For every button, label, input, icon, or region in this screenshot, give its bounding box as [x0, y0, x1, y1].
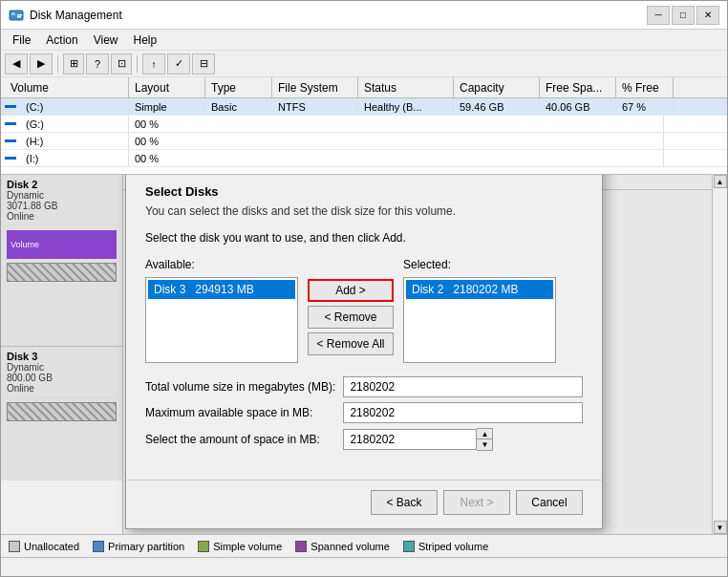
col-pctfree[interactable]: % Free	[616, 77, 674, 97]
disk3-unalloc	[7, 402, 117, 421]
toolbar-help[interactable]: ?	[86, 53, 109, 75]
scroll-track[interactable]	[714, 188, 727, 521]
cell-free: 40.06 GB	[540, 98, 616, 115]
col-layout[interactable]: Layout	[129, 77, 205, 97]
svg-rect-3	[17, 16, 21, 18]
volumes-table: (C:) Simple Basic NTFS Healthy (B... 59.…	[1, 98, 727, 175]
available-disk3[interactable]: Disk 3 294913 MB	[148, 280, 295, 299]
cell-pct: 00 %	[129, 116, 664, 132]
cell-type: Basic	[205, 98, 272, 115]
col-freespace[interactable]: Free Spa...	[540, 77, 616, 97]
disk3-area: Disk 3 Dynamic 800.00 GB Online	[1, 347, 122, 481]
toolbar-btn-8[interactable]: ⊟	[192, 53, 215, 75]
disk2-status: Online	[7, 211, 117, 222]
cell-pct: 00 %	[129, 133, 664, 149]
title-bar: Disk Management ─ □ ✕	[1, 1, 727, 30]
legend-simple-label: Simple volume	[213, 541, 282, 552]
available-container: Available: Disk 3 294913 MB	[145, 258, 298, 363]
spin-controls[interactable]: ▲ ▼	[477, 428, 493, 451]
scroll-up[interactable]: ▲	[714, 175, 727, 188]
toolbar-forward[interactable]: ▶	[30, 53, 53, 75]
col-capacity[interactable]: Capacity	[454, 77, 540, 97]
disk2-type: Dynamic	[7, 190, 117, 201]
disk3-name: Disk 3	[7, 351, 117, 362]
minimize-button[interactable]: ─	[647, 6, 670, 25]
legend-unallocated: Unallocated	[9, 541, 79, 552]
toolbar-back[interactable]: ◀	[5, 53, 28, 75]
cell-status: Healthy (B...	[358, 98, 454, 115]
disk3-size: 800.00 GB	[7, 373, 117, 383]
legend-striped-box	[403, 541, 415, 552]
table-row[interactable]: (G:) 00 %	[1, 116, 727, 133]
add-button[interactable]: Add >	[308, 279, 394, 302]
menu-help[interactable]: Help	[126, 32, 165, 49]
disk2-size: 3071.88 GB	[7, 201, 117, 211]
legend-unallocated-box	[9, 541, 20, 552]
row-icon	[5, 122, 16, 125]
col-type[interactable]: Type	[205, 77, 272, 97]
disk-lists-row: Available: Disk 3 294913 MB Add > < Remo…	[145, 258, 583, 363]
col-status[interactable]: Status	[358, 77, 454, 97]
toolbar-btn-5[interactable]: ⊡	[111, 53, 132, 75]
col-filesystem[interactable]: File System	[272, 77, 358, 97]
menu-view[interactable]: View	[86, 32, 126, 49]
disk-panel: Disk 2 Dynamic 3071.88 GB Online Volume …	[1, 175, 123, 534]
maximize-button[interactable]: □	[672, 6, 695, 25]
close-button[interactable]: ✕	[696, 6, 719, 25]
legend-primary: Primary partition	[93, 541, 184, 552]
remove-button[interactable]: < Remove	[308, 306, 394, 329]
disk2-name: Disk 2	[7, 179, 117, 190]
legend-striped: Striped volume	[403, 541, 488, 552]
legend-primary-box	[93, 541, 104, 552]
next-button[interactable]: Next >	[443, 490, 510, 515]
toolbar-btn-7[interactable]: ✓	[167, 53, 190, 75]
max-space-value: 2180202	[343, 402, 583, 423]
disk-action-buttons: Add > < Remove < Remove All	[308, 258, 394, 355]
status-bar	[1, 557, 727, 576]
legend-bar: Unallocated Primary partition Simple vol…	[1, 534, 727, 557]
legend-spanned: Spanned volume	[295, 541, 390, 552]
toolbar-separator-2	[137, 55, 138, 73]
toolbar: ◀ ▶ ⊞ ? ⊡ ↑ ✓ ⊟	[1, 51, 727, 77]
selected-disk2[interactable]: Disk 2 2180202 MB	[406, 280, 553, 299]
cancel-button[interactable]: Cancel	[516, 490, 583, 515]
available-listbox[interactable]: Disk 3 294913 MB	[145, 277, 298, 363]
legend-striped-label: Striped volume	[418, 541, 488, 552]
cell-capacity: 59.46 GB	[454, 98, 540, 115]
main-window: Disk Management ─ □ ✕ File Action View H…	[0, 0, 728, 577]
table-row[interactable]: (H:) 00 %	[1, 133, 727, 150]
toolbar-btn-3[interactable]: ⊞	[63, 53, 84, 75]
cell-pct: 67 %	[616, 98, 674, 115]
toolbar-btn-6[interactable]: ↑	[142, 53, 165, 75]
scroll-down[interactable]: ▼	[714, 521, 727, 534]
spin-up[interactable]: ▲	[477, 429, 492, 439]
amount-input[interactable]	[343, 429, 477, 450]
window-controls: ─ □ ✕	[647, 6, 719, 25]
select-amount-label: Select the amount of space in MB:	[145, 433, 335, 446]
cell-volume: (I:)	[20, 150, 129, 166]
back-button[interactable]: < Back	[371, 490, 438, 515]
vertical-scrollbar[interactable]: ▲ ▼	[712, 175, 727, 534]
legend-spanned-label: Spanned volume	[310, 541, 390, 552]
col-volume[interactable]: Volume	[5, 77, 129, 97]
available-label: Available:	[145, 258, 298, 271]
cell-layout: Simple	[129, 98, 205, 115]
max-space-label: Maximum available space in MB:	[145, 406, 335, 419]
table-row[interactable]: (I:) 00 %	[1, 150, 727, 167]
menu-action[interactable]: Action	[38, 32, 85, 49]
cell-pct: 00 %	[129, 150, 664, 166]
svg-rect-1	[11, 12, 15, 15]
spin-down[interactable]: ▼	[477, 439, 492, 450]
row-icon	[5, 157, 16, 160]
select-amount-spinbox[interactable]: ▲ ▼	[343, 428, 583, 451]
cell-volume: (G:)	[20, 116, 129, 132]
modal-instruction: Select the disk you want to use, and the…	[145, 231, 583, 245]
legend-simple-box	[198, 541, 209, 552]
menu-file[interactable]: File	[5, 32, 38, 49]
cell-volume: (C:)	[20, 98, 129, 115]
selected-listbox[interactable]: Disk 2 2180202 MB	[403, 277, 556, 363]
remove-all-button[interactable]: < Remove All	[308, 332, 394, 355]
cell-fs: NTFS	[272, 98, 358, 115]
table-row[interactable]: (C:) Simple Basic NTFS Healthy (B... 59.…	[1, 98, 727, 116]
modal-body: Select Disks You can select the disks an…	[126, 175, 602, 480]
